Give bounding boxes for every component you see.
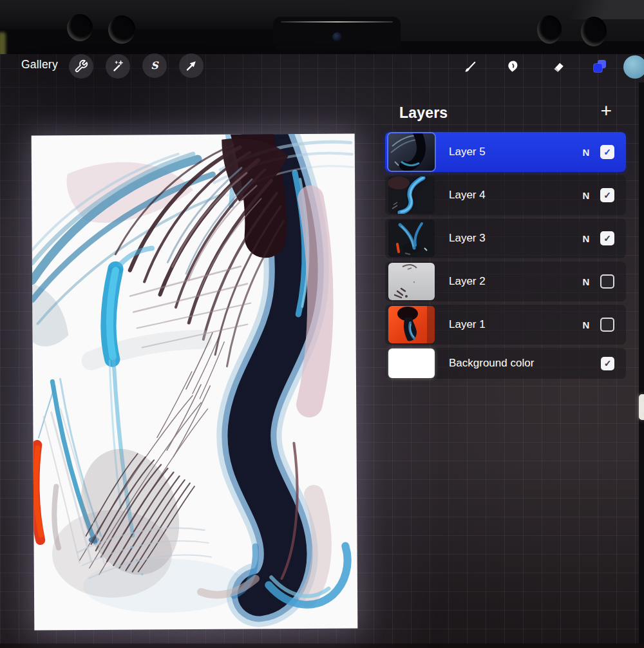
check-icon: ✓ — [603, 148, 611, 157]
eraser-icon — [551, 59, 566, 75]
ipad-case-bezel — [0, 0, 644, 54]
selection-button[interactable]: S — [142, 53, 167, 78]
background-color-thumbnail[interactable] — [388, 348, 435, 378]
layer-row-layer-5[interactable]: Layer 5 N ✓ — [385, 132, 626, 172]
side-tab — [639, 394, 644, 420]
layer-thumbnail[interactable] — [388, 220, 435, 257]
layers-panel-button[interactable] — [587, 54, 612, 79]
actions-button[interactable] — [69, 54, 93, 79]
blend-mode-badge[interactable]: N — [578, 319, 594, 330]
brush-tool-button[interactable] — [458, 55, 482, 79]
canvas[interactable] — [32, 133, 358, 630]
layer-row-layer-2[interactable]: Layer 2 N — [385, 262, 626, 301]
layers-panel-title: Layers — [399, 104, 448, 122]
layer-name: Layer 5 — [449, 146, 578, 158]
smudge-tool-button[interactable] — [500, 55, 525, 79]
layer-name: Layer 4 — [449, 189, 578, 202]
wrench-icon — [74, 59, 88, 73]
selection-icon: S — [147, 59, 162, 73]
layers-icon — [591, 58, 608, 75]
magic-wand-icon — [111, 59, 125, 73]
canvas-artwork — [32, 133, 358, 630]
add-layer-button[interactable]: + — [600, 100, 612, 122]
blend-mode-badge[interactable]: N — [578, 233, 594, 244]
speaker-hole — [537, 15, 562, 44]
layer-row-layer-1[interactable]: Layer 1 N — [385, 305, 626, 345]
layer-row-background-color[interactable]: Background color ✓ — [385, 348, 626, 379]
background-sliver — [0, 32, 6, 54]
camera-lens — [332, 32, 342, 42]
layer-name: Layer 2 — [449, 275, 578, 288]
selection-glyph: S — [151, 59, 159, 71]
layer-name: Layer 3 — [449, 232, 578, 245]
visibility-checkbox[interactable]: ✓ — [600, 145, 614, 159]
case-corner — [522, 0, 644, 19]
blend-mode-badge[interactable]: N — [578, 190, 594, 201]
layer-thumbnail[interactable] — [388, 306, 435, 343]
brush-icon — [462, 59, 478, 75]
layer-name: Background color — [449, 357, 601, 370]
eraser-tool-button[interactable] — [546, 55, 571, 79]
gallery-button[interactable]: Gallery — [21, 58, 58, 71]
check-icon: ✓ — [603, 234, 611, 243]
blend-mode-badge[interactable]: N — [578, 276, 594, 287]
layers-panel-header: Layers + — [385, 93, 626, 132]
layers-panel: Layers + Layer 5 N ✓ — [385, 93, 626, 382]
speaker-hole — [67, 14, 93, 41]
visibility-checkbox[interactable]: ✓ — [601, 357, 614, 370]
layer-row-layer-4[interactable]: Layer 4 N ✓ — [385, 175, 626, 215]
speaker-hole — [581, 17, 607, 46]
color-swatch-button[interactable] — [623, 55, 644, 79]
check-icon: ✓ — [603, 191, 611, 200]
speaker-hole — [108, 15, 135, 44]
arrow-icon — [184, 59, 198, 73]
screen-edge-reflection — [281, 21, 393, 23]
right-bezel-edge — [639, 82, 644, 648]
check-icon: ✓ — [604, 359, 612, 368]
camera-notch — [273, 17, 401, 50]
smudge-finger-icon — [505, 59, 520, 75]
layer-thumbnail[interactable] — [388, 133, 435, 171]
layer-thumbnail[interactable] — [388, 263, 435, 300]
visibility-checkbox[interactable] — [600, 274, 614, 289]
bottom-bezel-edge — [0, 643, 644, 648]
adjustments-button[interactable] — [106, 54, 130, 79]
transform-button[interactable] — [179, 53, 204, 78]
visibility-checkbox[interactable] — [600, 318, 614, 332]
procreate-screenshot: Gallery S — [0, 0, 644, 648]
visibility-checkbox[interactable]: ✓ — [600, 188, 614, 202]
visibility-checkbox[interactable]: ✓ — [600, 231, 614, 245]
blend-mode-badge[interactable]: N — [578, 147, 594, 158]
layer-row-layer-3[interactable]: Layer 3 N ✓ — [385, 218, 626, 258]
layer-thumbnail[interactable] — [388, 176, 435, 214]
layer-name: Layer 1 — [449, 318, 578, 331]
